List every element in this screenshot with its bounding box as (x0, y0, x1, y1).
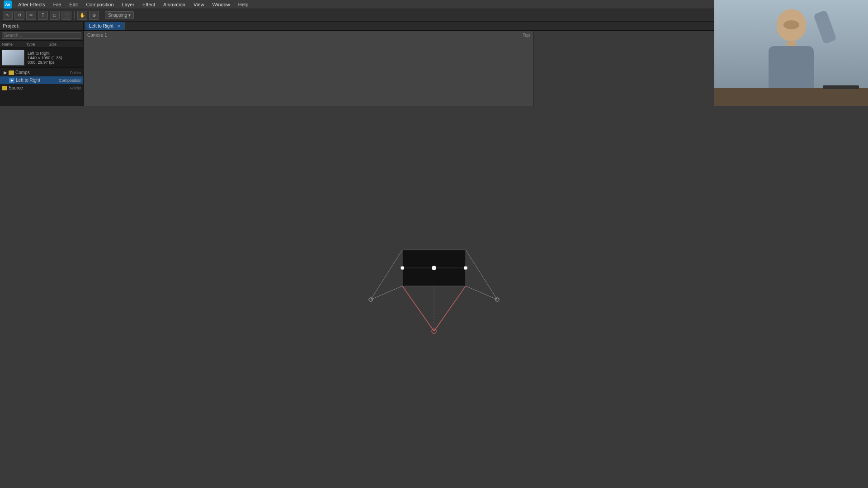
mask-diagram-svg (366, 241, 502, 354)
tool-pan[interactable]: ✋ (77, 11, 87, 20)
svg-point-18 (464, 266, 467, 270)
tool-shape[interactable]: □ (50, 11, 60, 20)
menu-help[interactable]: Help (235, 1, 252, 8)
folder-icon-comps (9, 70, 14, 75)
svg-line-13 (434, 286, 466, 331)
comp-tab-lefttoright[interactable]: Left to Right ✕ (85, 22, 125, 30)
tool-camera[interactable]: ⬚ (61, 11, 71, 20)
menu-view[interactable]: View (190, 1, 208, 8)
project-column-headers: Name Type Size (0, 41, 83, 48)
menu-edit[interactable]: Edit (66, 1, 81, 8)
item-type-comps: Folder (70, 70, 81, 75)
menu-animation[interactable]: Animation (160, 1, 189, 8)
preview-resolution: 1440 × 1080 (1.33) (28, 56, 62, 60)
comp-icon-lefttoright: ▶ (9, 78, 14, 83)
col-size: Size (49, 42, 57, 47)
col-type: Type (26, 42, 35, 47)
project-item-comps[interactable]: ▶ Comps Folder (0, 69, 83, 76)
menu-file[interactable]: File (50, 1, 65, 8)
snapping-toggle[interactable]: Snapping ▾ (105, 11, 134, 19)
tool-rotate[interactable]: ↺ (14, 11, 24, 20)
toolbar-sep-1 (74, 11, 75, 19)
comp-tab-close[interactable]: ✕ (117, 24, 121, 28)
preview-timecode: 0:00, 29.97 fps (28, 60, 62, 65)
svg-line-8 (466, 250, 497, 300)
svg-point-17 (401, 266, 404, 270)
menu-layer[interactable]: Layer (118, 1, 138, 8)
menu-window[interactable]: Window (209, 1, 234, 8)
person-head (777, 9, 806, 41)
svg-line-9 (466, 286, 497, 300)
person-neck (787, 41, 796, 46)
project-panel-header: Project: (0, 22, 83, 31)
tool-zoom[interactable]: ⊕ (89, 11, 99, 20)
snapping-label: Snapping (108, 13, 127, 18)
toolbar-sep-2 (102, 11, 102, 19)
project-search-input[interactable] (2, 32, 81, 39)
mask-interpolation-panel (0, 106, 868, 488)
col-name: Name (2, 42, 13, 47)
item-name-source: Source (9, 85, 23, 90)
item-name-lefttoright: Left to Right (16, 78, 40, 83)
right-arm (813, 10, 837, 44)
svg-line-12 (402, 286, 434, 331)
project-item-source[interactable]: Source Folder (0, 84, 83, 92)
tool-pen[interactable]: ✏ (26, 11, 36, 20)
item-type-source: Folder (70, 86, 81, 90)
tablet-device (823, 85, 859, 89)
main-layout: Project: Name Type Size Left to Right 14… (0, 22, 868, 488)
item-type-lefttoright: Composition (59, 78, 81, 83)
comp-tab-label: Left to Right (89, 23, 113, 28)
project-title: Project: (3, 23, 19, 28)
project-thumbnail: Left to Right 1440 × 1080 (1.33) 0:00, 2… (0, 48, 83, 68)
top-view-label: Top (523, 33, 530, 38)
tool-select[interactable]: ↖ (3, 11, 13, 20)
webcam-preview (714, 0, 868, 106)
composition-tab-bar: Left to Right ✕ (84, 22, 714, 31)
right-panel (714, 22, 868, 488)
svg-line-7 (371, 286, 402, 300)
tool-text[interactable]: T (38, 11, 48, 20)
desk-surface (714, 88, 868, 106)
snapping-icon: ▾ (128, 13, 131, 18)
folder-icon-source (2, 86, 7, 90)
item-name-comps: Comps (15, 70, 30, 75)
app-logo: Ae (4, 0, 12, 9)
webcam-content (714, 0, 868, 106)
menu-aftereffects[interactable]: After Effects (14, 1, 49, 8)
project-item-lefttoright[interactable]: ▶ Left to Right Composition (0, 76, 83, 84)
menu-effect[interactable]: Effect (139, 1, 159, 8)
preview-name: Left to Right (28, 51, 62, 56)
camera-label: Camera 1 (87, 33, 107, 38)
project-search-bar (0, 31, 83, 41)
expand-icon: ▶ (4, 70, 7, 75)
svg-line-6 (371, 250, 402, 300)
menu-composition[interactable]: Composition (82, 1, 117, 8)
